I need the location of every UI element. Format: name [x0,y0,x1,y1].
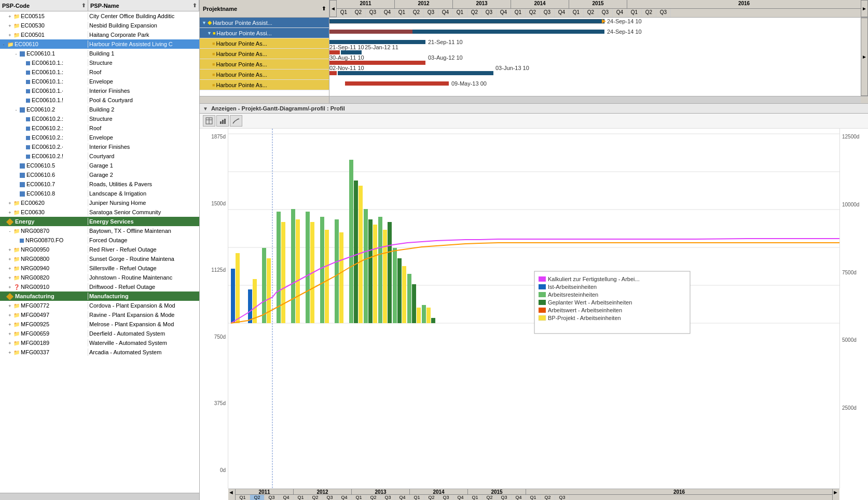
tree-row[interactable]: EC00610.6Garage 2 [0,170,199,179]
tree-row[interactable]: -EC00610.1Building 1 [0,49,199,58]
svg-text:Arbeitswert - Arbeitseinheiten: Arbeitswert - Arbeitseinheiten [548,307,622,313]
tree-row-code: EC00610.2.! [0,152,88,160]
tree-row[interactable]: -EC00610.2Building 2 [0,105,199,114]
expand-btn[interactable]: + [6,313,13,318]
expand-btn[interactable]: + [6,14,13,19]
tree-row-name: Melrose - Plant Expansion & Mod [88,321,199,328]
expand-btn[interactable]: + [6,285,13,290]
expand-btn[interactable]: + [6,266,13,271]
tree-row-code: NRG00870.FO [0,237,88,244]
tree-row[interactable]: EC00610.2.:Roof [0,123,199,133]
timeline-nav-left[interactable]: ◄ [329,0,337,17]
tree-row[interactable]: +📁NRG00950Red River - Refuel Outage [0,245,199,254]
psp-name-label: PSP-Name [90,3,119,9]
folder-icon: 📁 [13,23,20,29]
gantt-right-nav[interactable]: ► [861,18,868,96]
tool-table-btn[interactable] [203,115,215,127]
expand-btn[interactable]: - [6,229,13,234]
tree-scroll[interactable]: +📁EC00515City Center Office Building Add… [0,11,199,493]
tree-row[interactable]: EC00610.1.!Pool & Courtyard [0,95,199,105]
expand-btn[interactable]: + [6,33,13,38]
gantt-h-scroll[interactable] [329,96,861,103]
tree-row[interactable]: EC00610.1.·Interior Finishes [0,86,199,95]
tree-row-code: +📁NRG00950 [0,246,88,253]
tree-row[interactable]: +❓NRG00910Driftwood - Refuel Outage [0,282,199,291]
tree-row[interactable]: NRG00870.FOForced Outage [0,235,199,245]
tree-row[interactable]: +📁MFG00189Waterville - Automated System [0,338,199,348]
expand-btn[interactable]: - [12,51,20,57]
collapse-icon[interactable]: ▼ [203,106,208,112]
tree-row[interactable]: -📁NRG00870Baytown, TX - Offline Maintena… [0,226,199,235]
tree-row[interactable]: +📁EC00630Saratoga Senior Community [0,207,199,217]
tree-row[interactable]: EC00610.7Roads, Utilities & Pavers [0,179,199,189]
tree-row-code: +📁EC00530 [0,22,88,29]
q-q1-2016: Q1 [627,9,642,17]
gantt-bottom-scroll[interactable] [200,96,868,103]
tree-row-name: Garage 2 [88,171,199,178]
tree-row-name: Red River - Refuel Outage [88,246,199,253]
expand-btn[interactable]: + [6,210,13,215]
tree-row[interactable]: EC00610.2.·Interior Finishes [0,142,199,151]
tree-row[interactable]: +📁MFG00497Ravine - Plant Expansion & Mod… [0,310,199,320]
tree-row-name: Building 1 [88,50,199,57]
x-nav-left[interactable]: ◄ [228,489,236,500]
tree-row[interactable]: +📁EC00530Nesbid Building Expansion [0,21,199,30]
expand-btn[interactable]: + [6,275,13,281]
tree-row[interactable]: +📁MFG00925Melrose - Plant Expansion & Mo… [0,320,199,329]
y-label-4: 375d [200,400,226,406]
tree-row[interactable]: -ManufacturingManufacturing [0,291,199,301]
tree-row[interactable]: +📁MFG00337Arcadia - Automated System [0,348,199,357]
y-axis-right: 12500d 10000d 7500d 5000d 2500d [839,129,868,489]
tree-row-name: Manufacturing [88,293,199,300]
xq-q3: Q3 [265,495,279,500]
tree-row[interactable]: +📁MFG00659Deerfield - Automated System [0,329,199,338]
expand-btn[interactable]: - [12,107,20,113]
tree-row[interactable]: -📁EC00610Harbour Pointe Assisted Living … [0,39,199,49]
x-nav-right[interactable]: ► [832,489,839,500]
tree-row[interactable]: +📁NRG00940Sillersville - Refuel Outage [0,263,199,273]
code-text: NRG00870.FO [25,237,63,243]
expand-btn[interactable]: + [6,247,13,253]
svg-rect-55 [368,219,373,323]
tree-row[interactable]: +📁MFG00772Cordova - Plant Expansion & Mo… [0,301,199,310]
tree-row[interactable]: +📁NRG00800Sunset Gorge - Routine Mainten… [0,254,199,263]
year-2011: 2011 [337,0,395,8]
expand-btn[interactable]: + [6,201,13,206]
chart-plot: Kalkuliert zur Fertigstellung - Arbei...… [228,129,839,489]
expand-btn[interactable]: + [6,331,13,337]
sort-arrow-code[interactable]: ⬆ [81,3,86,8]
tool-line-btn[interactable] [230,115,242,127]
tool-bar-btn[interactable] [216,115,229,127]
folder-icon: 📁 [13,322,20,327]
svg-text:30-Aug-11 10: 30-Aug-11 10 [329,54,364,61]
tree-row[interactable]: EC00610.1.:Envelope [0,77,199,86]
gantt-row-3: ■ Harbour Pointe As... [200,49,329,59]
svg-text:03-Jun-13 10: 03-Jun-13 10 [495,65,529,71]
tree-row[interactable]: EC00610.1.:Roof [0,67,199,77]
tree-row[interactable]: EC00610.5Garage 1 [0,161,199,170]
tree-row[interactable]: EC00610.2.!Courtyard [0,151,199,161]
tree-row[interactable]: +📁NRG00820Johnstown - Routine Maintenanc [0,273,199,282]
svg-rect-64 [412,284,416,323]
tree-row[interactable]: EC00610.8Landscape & Irrigation [0,189,199,198]
h-scroll-thumb[interactable] [0,493,199,500]
expand-btn[interactable]: + [6,257,13,262]
expand-btn[interactable]: + [6,303,13,309]
tree-row[interactable]: EC00610.2.:Envelope [0,133,199,142]
tree-row[interactable]: +📁EC00501Haitang Corporate Park [0,30,199,39]
code-text: MFG00189 [21,340,49,346]
expand-btn[interactable]: + [6,350,13,355]
expand-btn[interactable]: - [0,42,7,47]
tree-row[interactable]: EC00610.2.:Structure [0,114,199,123]
timeline-nav-right[interactable]: ► [861,0,868,17]
expand-btn[interactable]: + [6,23,13,29]
bottom-scrollbar[interactable] [0,493,199,500]
tree-row[interactable]: EC00610.1.:Structure [0,58,199,67]
code-text: EC00610.1.: [32,78,63,85]
square-icon [20,51,25,57]
expand-btn[interactable]: + [6,322,13,327]
tree-row[interactable]: +📁EC00620Juniper Nursing Home [0,198,199,207]
tree-row[interactable]: +📁EC00515City Center Office Building Add… [0,11,199,21]
expand-btn[interactable]: + [6,341,13,346]
tree-row[interactable]: -EnergyEnergy Services [0,217,199,226]
